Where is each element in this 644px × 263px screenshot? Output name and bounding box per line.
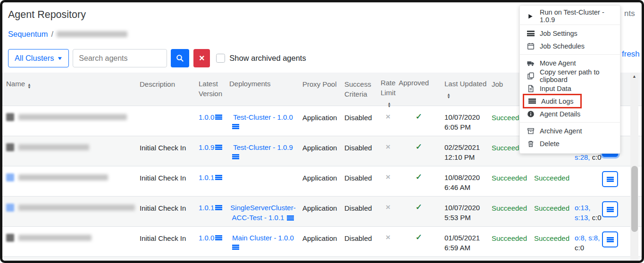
description-cell: Initial Check In (137, 197, 196, 226)
show-archived-checkbox[interactable] (216, 54, 225, 63)
counts-c: c:0 (575, 244, 584, 252)
version-link[interactable]: 1.0.1 (199, 204, 214, 212)
breadcrumb: Sequentum/ (8, 30, 127, 39)
agent-avatar (6, 204, 14, 212)
refresh-link-partial[interactable]: fresh (622, 49, 640, 59)
updated-time: 5:53 PM (444, 213, 488, 222)
menu-item-delete[interactable]: Delete (520, 137, 620, 150)
show-archived-label: Show archived agents (229, 54, 306, 63)
deployment-menu-icon[interactable] (232, 124, 239, 129)
x-icon: × (386, 203, 391, 212)
scrollbar-thumb[interactable] (631, 166, 638, 232)
x-icon: × (386, 173, 391, 181)
menu-item-agent-details[interactable]: Agent Details (520, 107, 620, 120)
breadcrumb-root-link[interactable]: Sequentum (8, 30, 48, 38)
description-cell: Initial Check In (137, 136, 196, 166)
proxy-pool-cell: Application (300, 166, 340, 196)
agent-name-redacted (18, 235, 92, 241)
success-criteria-cell: Disabled (340, 106, 377, 136)
counts-link[interactable]: o:8, s:8, (575, 234, 600, 242)
counts-link[interactable]: s:13, (575, 214, 590, 222)
menu-divider (520, 122, 620, 123)
menu-item-copy-path[interactable]: Copy server path to clipboard (520, 69, 620, 82)
deployment-link[interactable]: Test-Cluster - 1.0.9 (233, 143, 293, 151)
row-actions-button[interactable] (602, 201, 618, 217)
menu-item-audit-logs[interactable]: Audit Logs (520, 95, 620, 107)
x-icon: × (386, 112, 391, 121)
x-icon: × (386, 142, 391, 151)
show-archived-control: Show archived agents (216, 54, 306, 63)
table-row: Initial Check In 1.0.1 Application Disab… (2, 166, 642, 197)
hamburger-icon (607, 177, 614, 182)
col-header-name[interactable]: Name (2, 73, 137, 106)
col-header-latest-version: Latest Version (196, 73, 226, 106)
run-status: Succeeded (530, 197, 572, 226)
deployment-link[interactable]: SingleServerCluster-ACC-Test - 1.0.1 (230, 204, 295, 222)
row-actions-button[interactable] (602, 171, 618, 187)
updated-time: 12:10 PM (444, 152, 488, 162)
hamburger-icon (607, 207, 614, 212)
deployment-link[interactable]: Main Cluster - 1.0.0 (232, 234, 294, 242)
menu-item-job-schedules[interactable]: Job Schedules (520, 40, 620, 52)
menu-item-move-agent[interactable]: Move Agent (520, 57, 620, 69)
agent-context-menu: ▶ Run on Test-Cluster - 1.0.9 Job Settin… (519, 5, 620, 154)
proxy-pool-cell: Application (300, 197, 340, 226)
cluster-filter-dropdown[interactable]: All Clusters ▼ (8, 49, 69, 67)
updated-date: 02/25/2021 (444, 142, 488, 152)
counts-link[interactable]: s:28, (575, 153, 590, 161)
version-menu-icon[interactable] (215, 235, 222, 240)
info-icon (527, 110, 535, 118)
deployment-link[interactable]: Test-Cluster - 1.0.0 (233, 113, 293, 121)
scroll-up-arrow-icon[interactable]: ▲ (630, 74, 638, 79)
menu-item-run[interactable]: ▶ Run on Test-Cluster - 1.0.9 (520, 9, 620, 23)
deployment-menu-icon[interactable] (232, 154, 239, 159)
job-status: Succeeded (488, 227, 530, 256)
menu-item-job-settings[interactable]: Job Settings (520, 27, 620, 40)
menu-item-archive-agent[interactable]: Archive Agent (520, 124, 620, 137)
check-icon: ✓ (415, 203, 422, 212)
version-menu-icon[interactable] (215, 145, 222, 150)
col-header-approved: Approved (399, 73, 439, 106)
agent-avatar (6, 234, 14, 242)
updated-date: 01/05/2021 (444, 233, 488, 243)
deployment-menu-icon[interactable] (232, 245, 239, 250)
menu-divider (520, 25, 620, 25)
version-link[interactable]: 1.0.1 (199, 173, 214, 181)
updated-time: 6:59 AM (444, 243, 488, 253)
version-menu-icon[interactable] (215, 175, 222, 180)
version-link[interactable]: 1.0.0 (199, 234, 214, 242)
updated-time: 6:05 PM (444, 122, 488, 132)
x-icon: × (386, 233, 391, 242)
menu-item-input-data[interactable]: Input Data (520, 82, 620, 95)
run-status: Succeeded (530, 227, 572, 256)
version-menu-icon[interactable] (215, 115, 222, 120)
version-link[interactable]: 1.0.0 (199, 113, 214, 121)
col-header-last-updated[interactable]: Last Updated (439, 73, 488, 106)
updated-date: 10/08/2020 (444, 173, 488, 182)
description-cell: Initial Check In (137, 227, 196, 256)
agent-name-redacted (18, 114, 127, 120)
breadcrumb-separator: / (51, 30, 53, 38)
version-link[interactable]: 1.0.9 (199, 143, 214, 151)
row-actions-button[interactable] (602, 231, 618, 247)
col-header-rate-limit[interactable]: Rate Limit (377, 73, 399, 106)
search-input[interactable] (73, 49, 167, 67)
clear-search-button[interactable]: × (193, 49, 210, 67)
calendar-icon (527, 42, 535, 50)
success-criteria-cell: Disabled (340, 197, 377, 226)
x-mark-icon: × (199, 53, 205, 64)
version-menu-icon[interactable] (215, 205, 222, 210)
search-button[interactable] (171, 49, 189, 67)
truck-icon (527, 59, 535, 67)
hamburger-icon (607, 237, 614, 242)
job-settings-icon (527, 31, 535, 36)
deployment-menu-icon[interactable] (287, 215, 294, 221)
counts-link[interactable]: o:13, (575, 204, 590, 212)
breadcrumb-current-redacted (57, 31, 127, 37)
list-icon (528, 99, 536, 104)
menu-divider (520, 54, 620, 55)
sort-icon (447, 93, 451, 99)
partial-top-right-text: nts (624, 9, 635, 18)
vertical-scrollbar[interactable]: ▲ (630, 73, 638, 261)
app-window: Agent Repository Sequentum/ nts fresh Al… (0, 0, 644, 263)
